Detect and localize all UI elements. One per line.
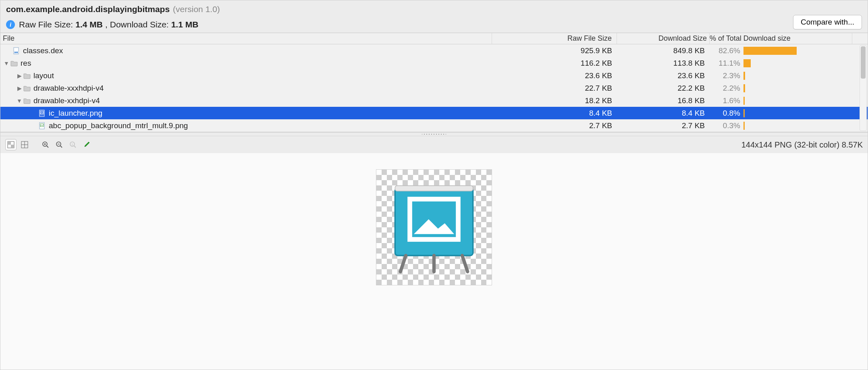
package-version: (version 1.0) — [173, 4, 220, 14]
svg-rect-8 — [8, 141, 11, 145]
package-name: com.example.android.displayingbitmaps — [6, 4, 170, 14]
raw-size-value: 1.4 MB — [75, 20, 103, 29]
disclosure-open-icon[interactable]: ▼ — [16, 98, 23, 104]
disclosure-open-icon[interactable]: ▼ — [3, 60, 10, 67]
zoom-out-button[interactable] — [54, 139, 65, 150]
dex-icon: 01 — [12, 47, 21, 55]
col-header-download[interactable]: Download Size — [617, 33, 710, 44]
col-header-raw[interactable]: Raw File Size — [492, 33, 617, 44]
header: com.example.android.displayingbitmaps (v… — [0, 0, 868, 33]
size-separator: , — [105, 20, 108, 29]
table-header-row: File Raw File Size Download Size % of To… — [0, 33, 868, 44]
cell-bar — [743, 84, 852, 92]
svg-line-27 — [401, 256, 406, 272]
percent-bar-fill — [743, 47, 797, 55]
cell-percent: 2.3% — [710, 71, 743, 80]
splitter-grip-icon — [422, 133, 446, 135]
raw-size-label: Raw File Size: — [19, 20, 73, 29]
cell-percent: 0.8% — [710, 109, 743, 118]
file-name: layout — [33, 71, 54, 80]
table-row[interactable]: abc_popup_background_mtrl_mult.9.png2.7 … — [0, 119, 868, 132]
col-header-percent[interactable]: % of Total Download size — [710, 33, 852, 44]
zoom-in-button[interactable] — [40, 139, 51, 150]
svg-line-14 — [47, 146, 48, 148]
percent-bar-fill — [743, 72, 745, 80]
disclosure-closed-icon[interactable]: ▶ — [16, 85, 23, 91]
preview-toolbar: 1 144x144 PNG (32-bit color) 8.57K — [0, 136, 868, 153]
size-summary-line: i Raw File Size: 1.4 MB, Download Size: … — [6, 20, 793, 29]
percent-bar-fill — [743, 122, 745, 130]
cell-percent: 0.3% — [710, 121, 743, 130]
cell-bar — [743, 47, 852, 55]
cell-file: ▶layout — [0, 71, 492, 80]
svg-text:1: 1 — [72, 143, 73, 146]
svg-line-18 — [60, 146, 62, 148]
cell-download-size: 22.2 KB — [617, 84, 710, 93]
cell-percent: 11.1% — [710, 59, 743, 68]
preview-image-info: 144x144 PNG (32-bit color) 8.57K — [741, 140, 863, 150]
table-row[interactable]: ▶layout23.6 KB23.6 KB2.3% — [0, 69, 868, 82]
svg-rect-25 — [395, 186, 473, 191]
table-row[interactable]: ▶drawable-xxxhdpi-v422.7 KB22.2 KB2.2% — [0, 82, 868, 94]
cell-raw-size: 8.4 KB — [492, 109, 617, 118]
percent-bar-fill — [743, 97, 745, 105]
checker-background-button[interactable] — [5, 139, 17, 150]
cell-download-size: 113.8 KB — [617, 59, 710, 68]
cell-raw-size: 23.6 KB — [492, 71, 617, 80]
download-size-label: Download Size: — [110, 20, 169, 29]
launcher-icon-preview — [386, 179, 482, 276]
zoom-actual-button[interactable]: 1 — [67, 139, 79, 150]
horizontal-splitter[interactable] — [0, 132, 868, 136]
cell-percent: 1.6% — [710, 96, 743, 105]
vertical-scrollbar[interactable] — [860, 45, 867, 131]
cell-download-size: 849.8 KB — [617, 46, 710, 55]
cell-percent: 82.6% — [710, 46, 743, 55]
file-name: ic_launcher.png — [49, 109, 102, 118]
cell-file: ▶drawable-xxxhdpi-v4 — [0, 84, 492, 93]
cell-bar — [743, 122, 852, 130]
preview-tool-group: 1 — [5, 139, 92, 150]
table-row[interactable]: ▼res116.2 KB113.8 KB11.1% — [0, 57, 868, 69]
cell-raw-size: 116.2 KB — [492, 59, 617, 68]
cell-bar — [743, 109, 852, 117]
grid-button[interactable] — [19, 139, 30, 150]
col-header-file[interactable]: File — [0, 33, 492, 44]
compare-with-button[interactable]: Compare with... — [793, 15, 862, 29]
file-name: classes.dex — [23, 46, 63, 55]
scrollbar-thumb[interactable] — [861, 46, 866, 79]
cell-bar — [743, 72, 852, 80]
disclosure-closed-icon[interactable]: ▶ — [16, 73, 23, 79]
svg-text:01: 01 — [15, 51, 17, 53]
cell-download-size: 16.8 KB — [617, 96, 710, 105]
file-name: drawable-xxhdpi-v4 — [33, 96, 100, 105]
cell-raw-size: 925.9 KB — [492, 46, 617, 55]
svg-rect-9 — [11, 145, 14, 148]
image-icon — [38, 122, 46, 130]
info-icon: i — [6, 20, 15, 29]
percent-bar-fill — [743, 109, 745, 117]
preview-canvas[interactable] — [0, 153, 868, 370]
header-left: com.example.android.displayingbitmaps (v… — [6, 4, 793, 29]
apk-analyzer-panel: com.example.android.displayingbitmaps (v… — [0, 0, 868, 370]
download-size-value: 1.1 MB — [171, 20, 199, 29]
table-body: 01classes.dex925.9 KB849.8 KB82.6%▼res11… — [0, 44, 868, 132]
cell-download-size: 2.7 KB — [617, 121, 710, 130]
percent-bar-fill — [743, 84, 745, 92]
cell-download-size: 23.6 KB — [617, 71, 710, 80]
file-name: abc_popup_background_mtrl_mult.9.png — [49, 121, 188, 130]
svg-line-29 — [462, 256, 467, 272]
cell-raw-size: 18.2 KB — [492, 96, 617, 105]
folder-icon — [10, 59, 18, 67]
image-preview — [376, 169, 492, 285]
cell-raw-size: 2.7 KB — [492, 121, 617, 130]
cell-file: abc_popup_background_mtrl_mult.9.png — [0, 121, 492, 130]
image-icon — [38, 109, 46, 117]
package-title-line: com.example.android.displayingbitmaps (v… — [6, 4, 793, 14]
table-row[interactable]: 01classes.dex925.9 KB849.8 KB82.6% — [0, 44, 868, 57]
cell-download-size: 8.4 KB — [617, 109, 710, 118]
table-row[interactable]: ▼drawable-xxhdpi-v418.2 KB16.8 KB1.6% — [0, 94, 868, 107]
color-picker-button[interactable] — [81, 139, 92, 150]
cell-file: ▼drawable-xxhdpi-v4 — [0, 96, 492, 105]
cell-bar — [743, 59, 852, 67]
table-row[interactable]: ic_launcher.png8.4 KB8.4 KB0.8% — [0, 107, 868, 119]
